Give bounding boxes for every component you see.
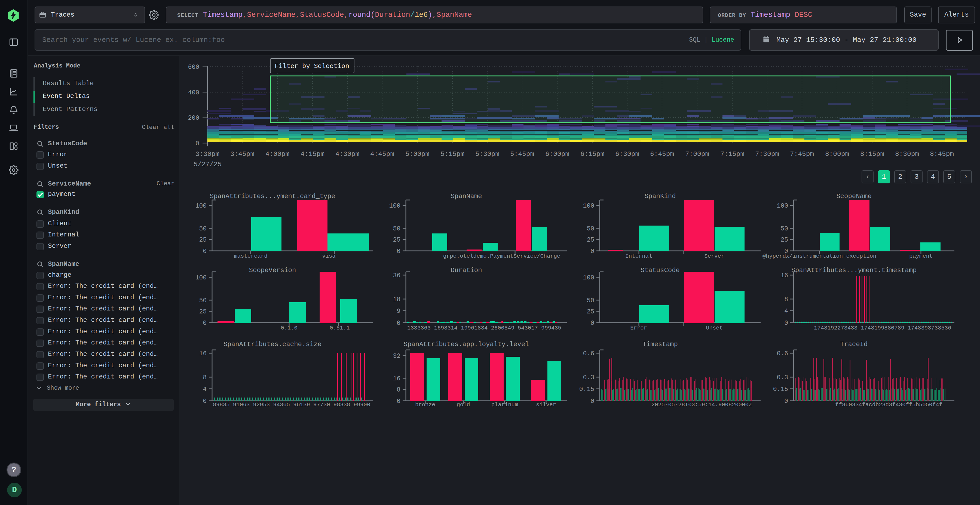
- svg-text:100: 100: [196, 202, 207, 210]
- svg-text:Internal: Internal: [625, 253, 652, 259]
- svg-text:0.3: 0.3: [583, 374, 594, 381]
- svg-text:32: 32: [393, 353, 401, 360]
- svg-text:5:45pm: 5:45pm: [510, 151, 534, 158]
- svg-text:5:15pm: 5:15pm: [441, 151, 465, 158]
- svg-text:ScopeVersion: ScopeVersion: [249, 267, 296, 274]
- svg-text:TraceId: TraceId: [840, 341, 868, 348]
- svg-text:Timestamp: Timestamp: [643, 341, 678, 348]
- svg-text:100: 100: [196, 274, 207, 281]
- svg-text:7:00pm: 7:00pm: [685, 151, 709, 158]
- svg-text:1333363 1698314 19961834 26008: 1333363 1698314 19961834 2600849 543017 …: [407, 325, 561, 331]
- svg-text:Duration: Duration: [450, 267, 482, 274]
- svg-text:6:45pm: 6:45pm: [650, 151, 674, 158]
- svg-text:3:30pm: 3:30pm: [196, 151, 220, 158]
- svg-text:25: 25: [199, 237, 207, 243]
- svg-text:50: 50: [199, 297, 207, 304]
- svg-text:0: 0: [590, 248, 594, 255]
- svg-text:18: 18: [393, 296, 401, 303]
- svg-text:payment: payment: [909, 253, 932, 259]
- svg-text:50: 50: [199, 225, 207, 232]
- svg-text:0.51.1: 0.51.1: [330, 325, 350, 331]
- svg-text:@hyperdx/instrumentation-excep: @hyperdx/instrumentation-exception: [762, 253, 876, 259]
- svg-text:bronze: bronze: [415, 402, 435, 408]
- svg-text:Unset: Unset: [706, 325, 723, 331]
- svg-text:1748192273433 1748199880789 17: 1748192273433 1748199880789 174839373853…: [814, 325, 951, 331]
- svg-text:grpc.oteldemo.PaymentService/C: grpc.oteldemo.PaymentService/Charge: [443, 253, 560, 259]
- svg-text:0: 0: [397, 398, 401, 405]
- svg-text:gold: gold: [457, 402, 470, 408]
- svg-text:6:30pm: 6:30pm: [615, 151, 639, 158]
- svg-text:16: 16: [199, 350, 207, 357]
- svg-text:3:45pm: 3:45pm: [230, 151, 254, 158]
- svg-text:SpanAttributes...yment.timesta: SpanAttributes...yment.timestamp: [791, 267, 917, 274]
- svg-text:50: 50: [780, 225, 788, 232]
- svg-text:8: 8: [397, 386, 401, 394]
- svg-text:100: 100: [583, 202, 594, 210]
- svg-text:visa: visa: [322, 253, 336, 259]
- svg-text:16: 16: [780, 272, 788, 279]
- svg-text:100: 100: [583, 274, 594, 281]
- svg-text:100: 100: [777, 202, 788, 210]
- svg-text:25: 25: [780, 237, 788, 243]
- svg-text:6:00pm: 6:00pm: [545, 151, 569, 158]
- svg-text:StatusCode: StatusCode: [641, 267, 680, 274]
- svg-text:0: 0: [590, 320, 594, 327]
- svg-text:400: 400: [188, 89, 199, 96]
- svg-text:Server: Server: [704, 253, 724, 259]
- svg-text:7:30pm: 7:30pm: [755, 151, 779, 158]
- svg-text:36: 36: [393, 272, 401, 279]
- svg-text:SpanAttributes...yment.card_ty: SpanAttributes...yment.card_type: [210, 193, 336, 200]
- svg-text:0.6: 0.6: [777, 350, 788, 357]
- svg-text:4:45pm: 4:45pm: [370, 151, 394, 158]
- svg-text:0: 0: [203, 398, 207, 405]
- svg-text:4:15pm: 4:15pm: [301, 151, 325, 158]
- svg-text:89835 91063 92953 94365 96139: 89835 91063 92953 94365 96139 97730 9833…: [213, 402, 370, 408]
- svg-text:0: 0: [397, 248, 401, 255]
- svg-text:0: 0: [203, 320, 207, 327]
- svg-text:0: 0: [397, 320, 401, 327]
- svg-text:5:00pm: 5:00pm: [405, 151, 429, 158]
- svg-text:0.6: 0.6: [583, 350, 594, 357]
- svg-text:0: 0: [203, 248, 207, 255]
- svg-text:25: 25: [393, 237, 401, 243]
- svg-text:SpanAttributes.app.loyalty.lev: SpanAttributes.app.loyalty.level: [404, 341, 529, 348]
- svg-text:25: 25: [587, 308, 594, 315]
- svg-text:200: 200: [188, 114, 199, 122]
- svg-text:8:30pm: 8:30pm: [895, 151, 919, 158]
- svg-text:ff860334facdb23d3f430ff5b5050f: ff860334facdb23d3f430ff5b5050f4f: [835, 402, 942, 408]
- svg-text:16: 16: [393, 375, 401, 382]
- svg-text:25: 25: [587, 237, 594, 243]
- svg-text:0: 0: [784, 320, 788, 327]
- svg-text:5/27/25: 5/27/25: [194, 161, 221, 168]
- svg-text:4:00pm: 4:00pm: [266, 151, 290, 158]
- svg-text:SpanKind: SpanKind: [644, 193, 676, 200]
- svg-text:0.15: 0.15: [773, 386, 788, 393]
- svg-text:100: 100: [389, 202, 401, 210]
- svg-text:Filter by Selection: Filter by Selection: [275, 63, 349, 70]
- svg-text:0.3: 0.3: [777, 374, 788, 381]
- svg-text:0.15: 0.15: [579, 386, 594, 393]
- svg-text:50: 50: [587, 225, 594, 232]
- svg-text:25: 25: [199, 308, 207, 315]
- svg-text:4: 4: [784, 308, 788, 315]
- svg-text:ScopeName: ScopeName: [836, 193, 872, 200]
- svg-text:5:30pm: 5:30pm: [475, 151, 499, 158]
- svg-text:8:15pm: 8:15pm: [860, 151, 884, 158]
- svg-text:6:15pm: 6:15pm: [581, 151, 605, 158]
- svg-text:50: 50: [393, 225, 401, 232]
- svg-text:2025-05-28T03:59:14.900820000Z: 2025-05-28T03:59:14.900820000Z: [651, 402, 752, 408]
- svg-text:0: 0: [784, 398, 788, 405]
- svg-text:4:30pm: 4:30pm: [336, 151, 360, 158]
- svg-text:silver: silver: [536, 402, 556, 408]
- svg-text:0: 0: [196, 140, 199, 147]
- svg-text:0: 0: [590, 398, 594, 405]
- svg-text:600: 600: [188, 64, 199, 71]
- svg-text:SpanAttributes.cache.size: SpanAttributes.cache.size: [223, 341, 321, 348]
- svg-text:SpanName: SpanName: [450, 193, 482, 200]
- svg-text:8:45pm: 8:45pm: [930, 151, 954, 158]
- svg-text:7:15pm: 7:15pm: [720, 151, 744, 158]
- svg-text:8:00pm: 8:00pm: [825, 151, 849, 158]
- svg-text:Error: Error: [630, 325, 647, 331]
- svg-text:9: 9: [397, 308, 401, 315]
- svg-text:0.1.0: 0.1.0: [281, 325, 298, 331]
